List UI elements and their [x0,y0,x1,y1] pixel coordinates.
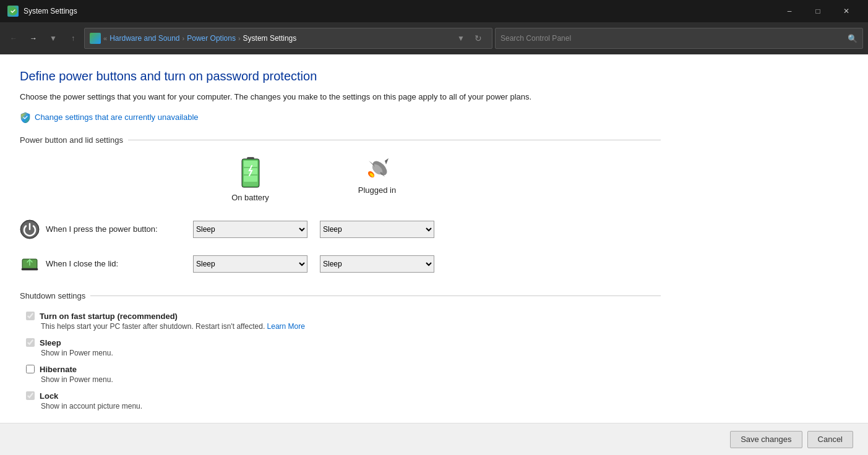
on-battery-label: On battery [231,193,269,202]
fast-startup-label[interactable]: Turn on fast startup (recommended) [40,312,178,321]
lid-close-row: When I close the lid: Do nothing Sleep H… [20,249,661,279]
page-description: Choose the power settings that you want … [20,91,661,103]
power-button-icon [20,219,40,239]
learn-more-link[interactable]: Learn More [267,322,305,331]
minimize-button[interactable]: – [775,0,804,22]
shutdown-section-header: Shutdown settings [20,291,661,300]
plugged-in-icon [363,156,392,183]
sleep-row: Sleep [26,338,661,347]
sleep-checkbox[interactable] [26,338,35,347]
hibernate-checkbox[interactable] [26,365,35,373]
plugged-in-column-header: Plugged in [320,156,434,210]
lid-plugged-in-select[interactable]: Do nothing Sleep Hibernate Shut down Tur… [320,255,434,273]
cancel-button[interactable]: Cancel [807,431,853,448]
close-button[interactable]: ✕ [832,0,861,22]
hibernate-label[interactable]: Hibernate [40,365,77,374]
maximize-button[interactable]: □ [804,0,832,22]
nav-back-button[interactable]: ← [5,30,22,47]
shutdown-settings-area: Turn on fast startup (recommended) This … [20,312,661,410]
power-button-row: When I press the power button: Do nothin… [20,215,661,244]
address-bar[interactable]: « Hardware and Sound › Power Options › S… [84,28,492,49]
shutdown-section-title: Shutdown settings [20,291,85,300]
change-settings-link[interactable]: Change settings that are currently unava… [20,112,661,123]
lid-close-icon [20,254,40,274]
breadcrumb-hardware[interactable]: Hardware and Sound [110,34,179,43]
power-button-plugged-in-select[interactable]: Do nothing Sleep Hibernate Shut down Tur… [320,221,434,238]
nav-up-button[interactable]: ↑ [64,30,82,47]
shield-icon [20,112,31,123]
search-bar[interactable]: 🔍 [495,28,863,49]
svg-rect-6 [244,176,257,182]
power-button-label-area: When I press the power button: [20,215,193,244]
sleep-label[interactable]: Sleep [40,338,61,347]
hibernate-item: Hibernate Show in Power menu. [26,365,661,384]
breadcrumb-current: System Settings [243,34,297,43]
svg-rect-15 [22,268,38,270]
hibernate-desc: Show in Power menu. [41,375,661,384]
save-changes-button[interactable]: Save changes [730,431,802,448]
hibernate-row: Hibernate [26,365,661,374]
window-controls: – □ ✕ [775,0,861,22]
page-title: Define power buttons and turn on passwor… [20,69,661,83]
svg-rect-4 [244,161,257,167]
lock-label[interactable]: Lock [40,391,58,401]
sleep-desc: Show in Power menu. [41,349,661,357]
battery-icon [239,156,262,190]
change-settings-label: Change settings that are currently unava… [35,113,199,122]
nav-refresh-button[interactable]: ↻ [470,30,487,47]
address-dropdown-button[interactable]: ▼ [455,34,467,43]
search-input[interactable] [501,34,848,43]
fast-startup-desc: This helps start your PC faster after sh… [41,322,661,331]
bottom-bar: Save changes Cancel [0,423,868,455]
address-sep-1: « [103,35,107,42]
app-icon [7,6,19,17]
power-button-section-header: Power button and lid settings [20,135,661,145]
main-content: Define power buttons and turn on passwor… [0,54,868,423]
lock-item: Lock Show in account picture menu. [26,391,661,410]
navbar: ← → ▼ ↑ « Hardware and Sound › Power Opt… [0,22,868,54]
address-bar-icon [90,33,101,44]
window-title: System Settings [24,7,775,15]
lid-close-label-area: When I close the lid: [20,249,193,279]
content-area: Define power buttons and turn on passwor… [0,54,681,418]
fast-startup-row: Turn on fast startup (recommended) [26,312,661,321]
lock-row: Lock [26,391,661,401]
nav-recent-button[interactable]: ▼ [45,30,62,47]
fast-startup-checkbox[interactable] [26,312,35,320]
lid-on-battery-select[interactable]: Do nothing Sleep Hibernate Shut down Tur… [193,255,307,273]
lock-checkbox[interactable] [26,391,35,400]
sleep-item: Sleep Show in Power menu. [26,338,661,357]
titlebar: System Settings – □ ✕ [0,0,868,22]
breadcrumb-power[interactable]: Power Options [187,34,236,43]
power-button-section-title: Power button and lid settings [20,135,123,145]
lock-desc: Show in account picture menu. [41,402,661,410]
power-button-setting-label: When I press the power button: [46,224,158,234]
lid-close-setting-label: When I close the lid: [46,259,118,268]
search-icon: 🔍 [848,34,857,43]
plugged-in-label: Plugged in [358,185,396,195]
nav-forward-button[interactable]: → [25,30,42,47]
on-battery-column-header: On battery [193,156,307,210]
power-button-on-battery-select[interactable]: Do nothing Sleep Hibernate Shut down Tur… [193,221,307,238]
address-chevron-1: › [183,35,185,42]
address-chevron-2: › [238,35,241,42]
fast-startup-item: Turn on fast startup (recommended) This … [26,312,661,331]
